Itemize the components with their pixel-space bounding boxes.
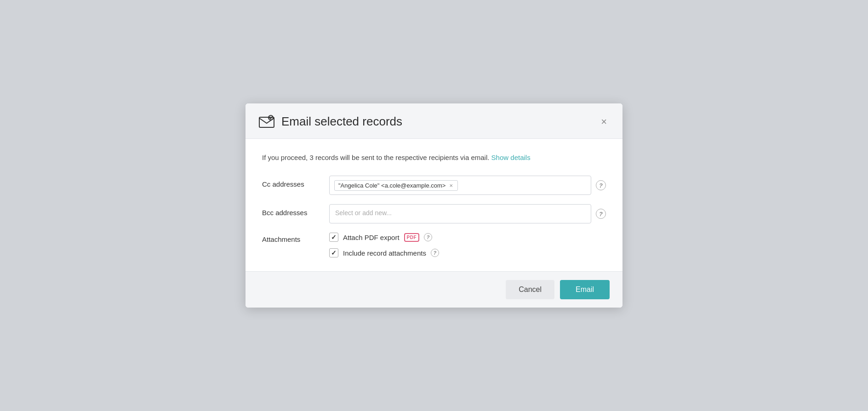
include-attachments-checkmark: ✓ — [331, 250, 337, 256]
attachments-label: Attachments — [262, 233, 322, 243]
include-attachments-help-icon[interactable]: ? — [431, 249, 439, 257]
cc-tag: "Angelica Cole" <a.cole@example.com> × — [334, 180, 458, 191]
attach-pdf-checkbox[interactable]: ✓ — [329, 233, 338, 242]
include-attachments-label: Include record attachments — [343, 249, 426, 257]
attachments-section: Attachments ✓ Attach PDF export PDF ? — [262, 233, 606, 257]
info-text: If you proceed, 3 records will be sent t… — [262, 153, 606, 163]
close-button[interactable]: × — [598, 115, 610, 129]
email-button[interactable]: Email — [560, 280, 610, 299]
show-details-link[interactable]: Show details — [491, 154, 531, 161]
bcc-help-icon[interactable]: ? — [596, 209, 606, 219]
bcc-label: Bcc addresses — [262, 204, 322, 217]
include-attachments-checkbox[interactable]: ✓ — [329, 248, 338, 257]
attach-pdf-row: ✓ Attach PDF export PDF ? — [329, 233, 439, 242]
cc-row: Cc addresses "Angelica Cole" <a.cole@exa… — [262, 176, 606, 195]
bcc-placeholder: Select or add new... — [335, 209, 392, 217]
pdf-badge: PDF — [404, 233, 420, 242]
cc-input[interactable]: "Angelica Cole" <a.cole@example.com> × — [329, 176, 591, 195]
dialog-title: Email selected records — [281, 114, 402, 129]
cc-tag-value: "Angelica Cole" <a.cole@example.com> — [338, 182, 445, 189]
pdf-icon: PDF — [404, 233, 420, 242]
email-icon — [258, 114, 275, 130]
dialog-header: Email selected records × — [246, 103, 622, 139]
attach-pdf-label: Attach PDF export — [343, 234, 400, 241]
bcc-field-area: Select or add new... ? — [329, 204, 606, 223]
cancel-button[interactable]: Cancel — [506, 280, 554, 299]
attach-pdf-checkmark: ✓ — [331, 234, 337, 240]
title-area: Email selected records — [258, 114, 402, 130]
include-attachments-row: ✓ Include record attachments ? — [329, 248, 439, 257]
attach-pdf-help-icon[interactable]: ? — [424, 233, 432, 241]
checkboxes-area: ✓ Attach PDF export PDF ? ✓ Include rec — [329, 233, 439, 257]
cc-field-area: "Angelica Cole" <a.cole@example.com> × ? — [329, 176, 606, 195]
dialog-body: If you proceed, 3 records will be sent t… — [246, 139, 622, 272]
email-dialog: Email selected records × If you proceed,… — [246, 103, 622, 308]
svg-rect-0 — [259, 117, 274, 127]
dialog-footer: Cancel Email — [246, 271, 622, 308]
cc-tag-remove-button[interactable]: × — [448, 183, 454, 188]
bcc-input[interactable]: Select or add new... — [329, 204, 591, 223]
bcc-row: Bcc addresses Select or add new... ? — [262, 204, 606, 223]
cc-help-icon[interactable]: ? — [596, 180, 606, 190]
cc-label: Cc addresses — [262, 176, 322, 188]
